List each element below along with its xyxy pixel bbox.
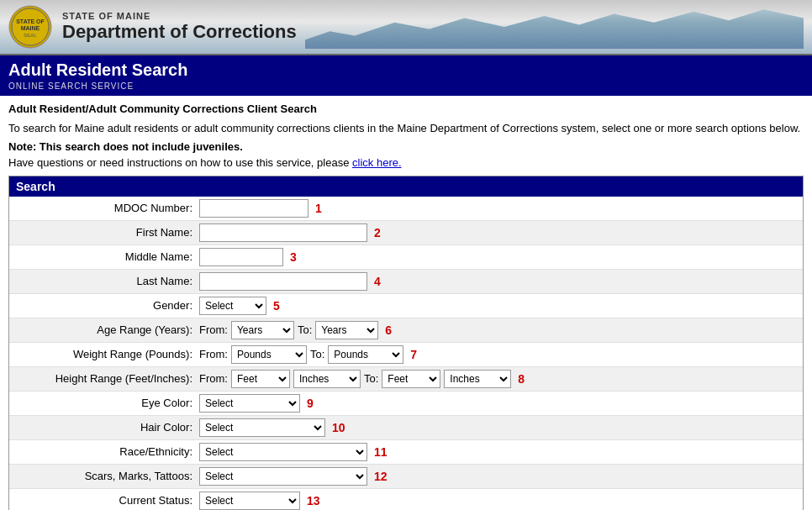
height-to-label: To: — [364, 372, 378, 385]
field-number-2: 2 — [374, 226, 381, 239]
state-name: STATE OF MAINE — [62, 11, 297, 21]
search-form: MDOC Number: 1 First Name: 2 Middle Name… — [9, 197, 803, 511]
field-number-9: 9 — [307, 397, 314, 410]
weight-to-label: To: — [310, 348, 324, 360]
height-from-inches-select[interactable]: Inches — [293, 370, 361, 388]
status-control: Select 13 — [199, 492, 798, 510]
scars-row: Scars, Marks, Tattoos: Select 12 — [9, 465, 803, 489]
svg-text:SEAL: SEAL — [24, 33, 37, 38]
haircolor-control: Select Black Brown Blonde Red Gray White… — [199, 418, 798, 437]
field-number-4: 4 — [374, 275, 381, 288]
hair-color-select[interactable]: Select Black Brown Blonde Red Gray White — [199, 418, 325, 437]
agerange-from-label: From: — [199, 323, 228, 336]
lastname-input[interactable] — [199, 272, 367, 291]
page-title: Adult Resident Search — [8, 60, 804, 80]
heightrange-label: Height Range (Feet/Inches): — [14, 372, 199, 385]
height-to-feet-select[interactable]: Feet — [382, 370, 440, 388]
firstname-input[interactable] — [199, 223, 367, 242]
section-title: Adult Resident/Adult Community Correctio… — [8, 103, 804, 115]
race-control: Select White Black Hispanic Asian Native… — [199, 443, 798, 461]
agerange-row: Age Range (Years): From: Years To: Years… — [9, 318, 803, 343]
height-to-inches-select[interactable]: Inches — [444, 370, 511, 388]
title-bar: Adult Resident Search ONLINE SEARCH SERV… — [0, 55, 812, 96]
weight-to-select[interactable]: Pounds — [328, 345, 403, 364]
field-number-11: 11 — [374, 445, 388, 459]
scars-control: Select 12 — [199, 467, 798, 486]
agerange-to-label: To: — [298, 323, 312, 336]
department-name: Department of Corrections — [62, 21, 297, 43]
field-number-13: 13 — [307, 494, 320, 507]
lastname-control: 4 — [199, 272, 798, 291]
field-number-8: 8 — [518, 372, 525, 386]
weight-from-select[interactable]: Pounds — [231, 345, 307, 364]
race-label: Race/Ethnicity: — [14, 445, 199, 458]
weight-from-label: From: — [199, 348, 228, 360]
field-number-1: 1 — [315, 202, 322, 215]
gender-row: Gender: Select Male Female 5 — [9, 294, 803, 318]
haircolor-row: Hair Color: Select Black Brown Blonde Re… — [9, 416, 803, 440]
agerange-label: Age Range (Years): — [14, 323, 199, 336]
eyecolor-control: Select Blue Brown Green Hazel Gray 9 — [199, 394, 798, 413]
mdoc-label: MDOC Number: — [14, 202, 199, 214]
search-panel-header: Search — [9, 176, 803, 197]
scars-label: Scars, Marks, Tattoos: — [14, 470, 199, 482]
eye-color-select[interactable]: Select Blue Brown Green Hazel Gray — [199, 394, 300, 413]
gender-control: Select Male Female 5 — [199, 297, 798, 315]
mdoc-row: MDOC Number: 1 — [9, 197, 803, 221]
click-here-link[interactable]: click here. — [352, 156, 402, 169]
lastname-label: Last Name: — [14, 275, 199, 287]
heightrange-control: From: Feet Inches To: Feet Inches 8 — [199, 370, 798, 388]
field-number-5: 5 — [273, 299, 280, 313]
age-from-years-select[interactable]: Years — [231, 321, 294, 339]
middlename-row: Middle Name: 3 — [9, 245, 803, 270]
svg-text:MAINE: MAINE — [21, 25, 40, 31]
haircolor-label: Hair Color: — [14, 421, 199, 434]
mountain-graphic — [305, 5, 804, 49]
eyecolor-row: Eye Color: Select Blue Brown Green Hazel… — [9, 392, 803, 416]
heightrange-row: Height Range (Feet/Inches): From: Feet I… — [9, 367, 803, 392]
field-number-10: 10 — [332, 421, 345, 434]
scars-select[interactable]: Select — [199, 467, 367, 486]
status-label: Current Status: — [14, 494, 199, 507]
middlename-control: 3 — [199, 248, 798, 266]
status-row: Current Status: Select 13 — [9, 489, 803, 511]
race-select[interactable]: Select White Black Hispanic Asian Native… — [199, 443, 367, 461]
middlename-input[interactable] — [199, 248, 283, 266]
agerange-control: From: Years To: Years 6 — [199, 321, 798, 339]
lastname-row: Last Name: 4 — [9, 270, 803, 294]
weightrange-control: From: Pounds To: Pounds 7 — [199, 345, 798, 364]
instructions-line: Have questions or need instructions on h… — [8, 156, 804, 169]
gender-select[interactable]: Select Male Female — [199, 297, 266, 315]
field-number-3: 3 — [290, 250, 297, 264]
state-seal-icon: STATE OF MAINE SEAL — [8, 5, 52, 49]
middlename-label: Middle Name: — [14, 250, 199, 263]
height-from-feet-select[interactable]: Feet — [231, 370, 290, 388]
weightrange-label: Weight Range (Pounds): — [14, 348, 199, 360]
page-subtitle: ONLINE SEARCH SERVICE — [8, 81, 804, 91]
header-text: STATE OF MAINE Department of Corrections — [62, 11, 297, 43]
field-number-12: 12 — [374, 470, 388, 483]
firstname-control: 2 — [199, 223, 798, 242]
description-text: To search for Maine adult residents or a… — [8, 120, 804, 137]
firstname-row: First Name: 2 — [9, 221, 803, 245]
race-row: Race/Ethnicity: Select White Black Hispa… — [9, 440, 803, 465]
height-from-label: From: — [199, 372, 228, 385]
svg-text:STATE OF: STATE OF — [16, 18, 45, 24]
field-number-7: 7 — [410, 348, 417, 361]
firstname-label: First Name: — [14, 226, 199, 239]
weightrange-row: Weight Range (Pounds): From: Pounds To: … — [9, 343, 803, 367]
search-container: Search MDOC Number: 1 First Name: 2 — [8, 176, 804, 511]
main-content: Adult Resident/Adult Community Correctio… — [0, 96, 812, 510]
mdoc-input[interactable] — [199, 199, 308, 218]
gender-label: Gender: — [14, 299, 199, 312]
note-text: Note: This search does not include juven… — [8, 140, 804, 153]
page-header: STATE OF MAINE SEAL STATE OF MAINE Depar… — [0, 0, 812, 55]
status-select[interactable]: Select — [199, 492, 300, 510]
mdoc-control: 1 — [199, 199, 798, 218]
eyecolor-label: Eye Color: — [14, 397, 199, 409]
field-number-6: 6 — [385, 323, 392, 337]
age-to-years-select[interactable]: Years — [315, 321, 378, 339]
